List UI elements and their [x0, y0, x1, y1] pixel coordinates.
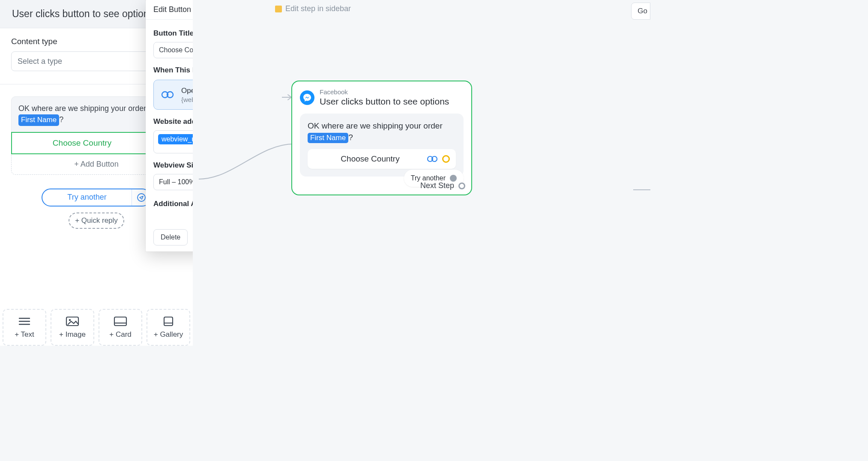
gallery-icon: [162, 316, 175, 327]
add-gallery-label: + Gallery: [154, 330, 183, 339]
try-another-label: Try another: [42, 193, 132, 202]
preview-message-after: ?: [348, 133, 353, 142]
image-icon: [66, 316, 79, 327]
content-tools-bar: + Text + Image + Card + Gallery: [0, 307, 193, 346]
try-another-quick-reply[interactable]: Try another: [42, 189, 151, 207]
link-icon: [154, 90, 181, 99]
flow-step-card[interactable]: Facebook User clicks button to see optio…: [291, 81, 472, 195]
svg-point-2: [138, 194, 145, 201]
delete-button[interactable]: Delete: [153, 229, 188, 245]
add-image-tool[interactable]: + Image: [51, 309, 94, 346]
content-type-placeholder: Select a type: [18, 57, 62, 66]
add-quick-reply[interactable]: + Quick reply: [69, 213, 124, 229]
step-title: User clicks button to see options: [320, 96, 449, 107]
edge-outgoing-right: [633, 189, 650, 190]
svg-rect-8: [114, 317, 126, 326]
message-text-after: ?: [59, 115, 63, 124]
add-text-label: + Text: [15, 330, 34, 339]
preview-choose-country-button[interactable]: Choose Country: [308, 149, 456, 169]
svg-rect-10: [164, 317, 173, 326]
edge-curve: [199, 142, 294, 180]
channel-label: Facebook: [320, 88, 449, 96]
add-card-label: + Card: [109, 330, 132, 339]
connector-handle-icon[interactable]: [442, 155, 450, 163]
svg-point-7: [69, 319, 71, 321]
message-text-before: OK where are we shipping your order: [18, 104, 146, 113]
next-step-link[interactable]: Next Step: [420, 181, 465, 190]
preview-message-before: OK where are we shipping your order: [308, 121, 443, 130]
add-card-tool[interactable]: + Card: [99, 309, 142, 346]
facebook-messenger-icon: [300, 90, 314, 105]
flow-canvas[interactable]: Edit step in sidebar Go Facebook User cl…: [193, 0, 650, 346]
next-step-text: Next Step: [420, 181, 454, 190]
card-icon: [114, 316, 127, 327]
preview-choose-country-text: Choose Country: [314, 154, 427, 164]
link-icon: [427, 155, 438, 163]
go-button[interactable]: Go: [631, 3, 650, 20]
first-name-chip: First Name: [308, 133, 348, 144]
edit-step-hint[interactable]: Edit step in sidebar: [275, 4, 351, 13]
content-type-label: Content type: [11, 37, 57, 46]
edit-step-hint-text: Edit step in sidebar: [285, 4, 351, 13]
webview-size-value: Full – 100%: [159, 178, 195, 186]
connector-handle-icon[interactable]: [450, 175, 457, 182]
preview-message-block[interactable]: OK where are we shipping your order Firs…: [300, 114, 464, 177]
first-name-chip[interactable]: First Name: [18, 114, 59, 126]
preview-message-text: OK where are we shipping your order Firs…: [308, 120, 456, 143]
add-text-tool[interactable]: + Text: [3, 309, 46, 346]
add-image-label: + Image: [59, 330, 86, 339]
add-gallery-tool[interactable]: + Gallery: [147, 309, 190, 346]
send-icon: [137, 193, 146, 202]
connector-handle-icon[interactable]: [458, 183, 465, 189]
choose-country-button[interactable]: Choose Country: [12, 133, 153, 153]
pointer-icon: [275, 6, 282, 12]
text-icon: [18, 316, 31, 327]
